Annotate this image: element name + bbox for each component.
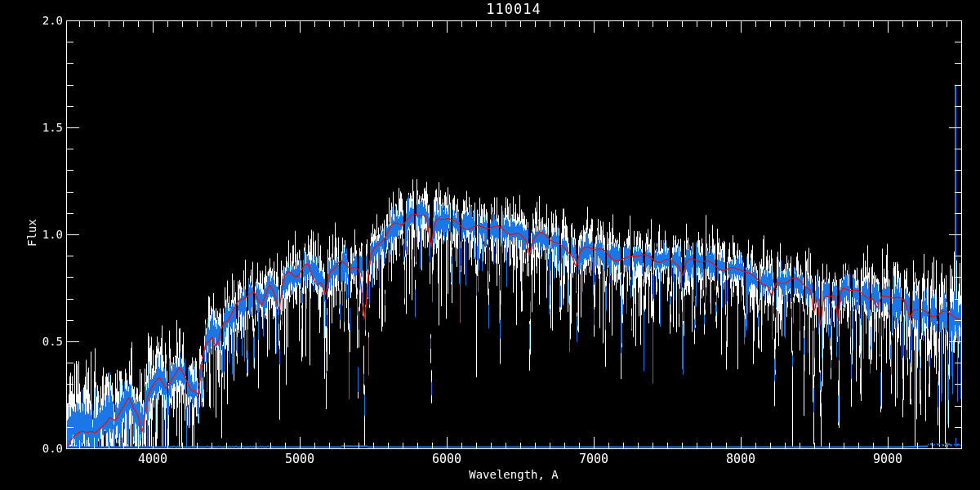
x-tick-label: 7000: [579, 453, 608, 466]
x-axis-label: Wavelength, A: [469, 469, 559, 480]
x-tick-label: 4000: [138, 453, 167, 466]
x-tick-label: 5000: [285, 453, 314, 466]
y-tick-label: 0.5: [42, 336, 63, 347]
y-axis-label: Flux: [26, 219, 38, 247]
y-tick-label: 2.0: [42, 15, 63, 26]
plot-canvas: [0, 0, 980, 490]
spectrum-chart: 110014 Wavelength, A Flux 40005000600070…: [0, 0, 980, 490]
chart-title: 110014: [486, 2, 541, 16]
y-tick-label: 1.5: [42, 122, 63, 133]
y-tick-label: 1.0: [42, 229, 63, 240]
x-tick-label: 8000: [726, 453, 755, 466]
x-tick-label: 6000: [432, 453, 461, 466]
x-tick-label: 9000: [873, 453, 902, 466]
y-tick-label: 0.0: [42, 443, 63, 454]
